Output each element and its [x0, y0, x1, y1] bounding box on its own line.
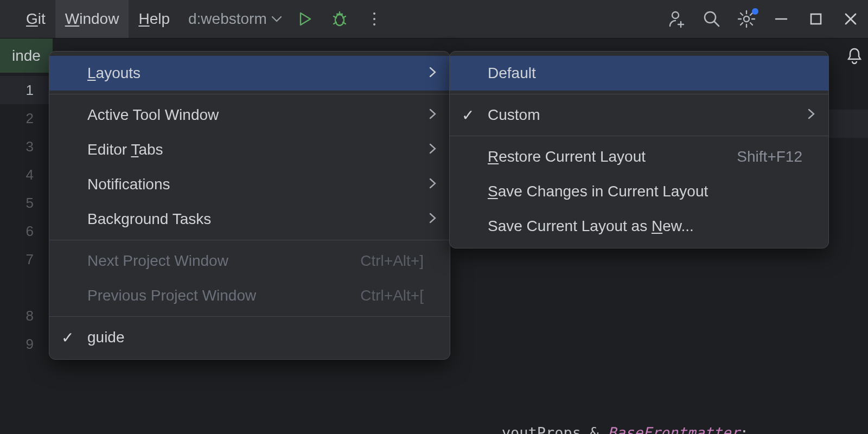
menu-item-editor-tabs[interactable]: Editor Tabs — [49, 132, 450, 167]
menu-separator — [49, 240, 450, 240]
editor-tab[interactable]: inde — [0, 39, 53, 73]
menu-git[interactable]: Git — [16, 0, 55, 38]
main-menubar: Git Window Help d:webstorm — [0, 0, 868, 38]
add-collaborator-icon[interactable] — [660, 0, 694, 38]
submenu-chevron-icon — [428, 65, 437, 82]
menu-item-notifications[interactable]: Notifications — [49, 167, 450, 202]
update-available-badge — [752, 8, 758, 15]
menu-item-save-changes-layout[interactable]: Save Changes in Current Layout — [450, 174, 828, 209]
layouts-submenu: Default ✓ Custom Restore Current Layout … — [449, 51, 829, 248]
debug-button[interactable] — [322, 0, 357, 38]
check-icon: ✓ — [462, 106, 474, 124]
menu-item-active-tool-window[interactable]: Active Tool Window — [49, 98, 450, 132]
menu-item-layouts[interactable]: Layouts — [49, 56, 450, 91]
menu-help[interactable]: Help — [129, 0, 180, 38]
svg-point-0 — [335, 15, 344, 25]
settings-icon[interactable] — [729, 0, 764, 38]
menu-item-layout-custom[interactable]: ✓ Custom — [450, 98, 828, 132]
svg-rect-4 — [811, 14, 821, 24]
menu-item-layout-default[interactable]: Default — [450, 56, 828, 91]
window-maximize-icon[interactable] — [799, 0, 833, 38]
menu-separator — [450, 94, 828, 94]
check-icon: ✓ — [61, 329, 74, 347]
menu-item-previous-project-window: Previous Project WindowCtrl+Alt+[ — [49, 278, 450, 313]
svg-point-3 — [744, 16, 749, 22]
window-close-icon[interactable] — [833, 0, 868, 38]
run-config-selector[interactable]: d:webstorm — [183, 10, 288, 28]
menu-item-save-layout-as-new[interactable]: Save Current Layout as New... — [450, 209, 828, 244]
menu-separator — [49, 316, 450, 317]
more-actions-button[interactable] — [357, 0, 392, 38]
notifications-icon[interactable] — [845, 46, 864, 68]
run-button[interactable] — [288, 0, 322, 38]
window-menu-dropdown: Layouts Active Tool Window Editor Tabs N… — [49, 51, 450, 360]
search-icon[interactable] — [694, 0, 729, 38]
window-minimize-icon[interactable] — [764, 0, 799, 38]
line-gutter: 1 2 3 4 5 6 7 8 9 — [0, 73, 50, 434]
menu-item-guide[interactable]: ✓ guide — [49, 320, 450, 355]
menu-item-background-tasks[interactable]: Background Tasks — [49, 202, 450, 237]
svg-point-2 — [705, 12, 716, 23]
menu-item-next-project-window: Next Project WindowCtrl+Alt+] — [49, 244, 450, 278]
menu-window[interactable]: Window — [55, 0, 129, 38]
svg-point-1 — [672, 12, 679, 18]
menu-separator — [450, 136, 828, 136]
menu-separator — [49, 94, 450, 94]
menu-item-restore-layout[interactable]: Restore Current Layout Shift+F12 — [450, 139, 828, 174]
